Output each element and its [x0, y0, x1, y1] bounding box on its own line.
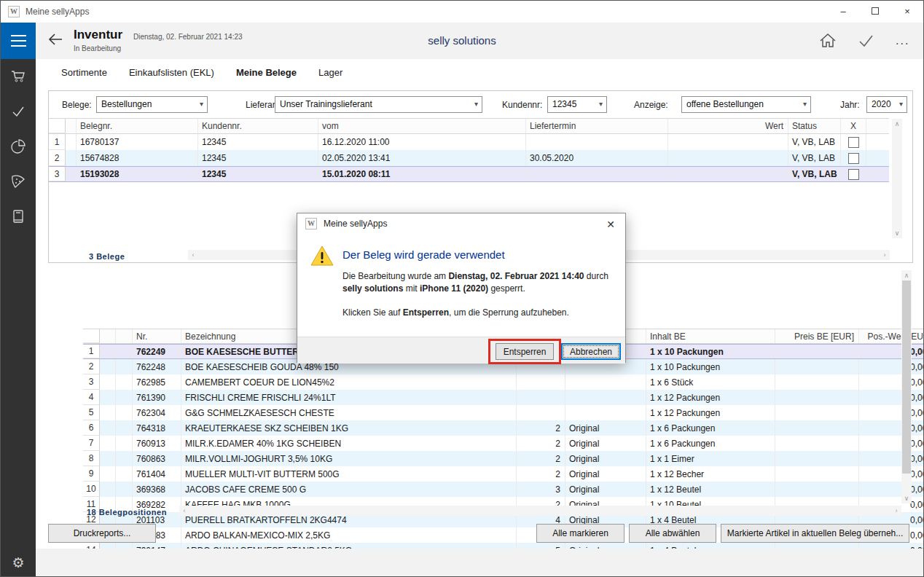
position-row[interactable]: 3762985CAMEMBERT COEUR DE LION45%21 x 6 …	[83, 374, 924, 390]
dialog-close-button[interactable]: ✕	[603, 217, 618, 232]
scroll-right-icon[interactable]: ›	[880, 250, 890, 260]
cell-pos-wert[interactable]: 0,000	[859, 482, 924, 497]
cell-spacer[interactable]	[66, 134, 77, 150]
tab-einkaufslisten[interactable]: Einkaufslisten (EKL)	[129, 67, 214, 78]
document-row[interactable]: 1167801371234516.12.2020 11:00V, VB, LAB	[49, 134, 889, 150]
row-number[interactable]: 4	[83, 390, 100, 405]
cell-liefertermin[interactable]: 30.05.2020	[526, 150, 668, 166]
row-checkbox[interactable]	[848, 137, 859, 148]
cell-preis-be[interactable]	[775, 390, 859, 405]
more-options-button[interactable]: ...	[896, 31, 915, 50]
cell-spacer[interactable]	[100, 482, 116, 497]
cell-spacer[interactable]	[116, 374, 133, 390]
position-row[interactable]: 7760913MILR.K.EDAMER 40% 1KG SCHEIBEN2Or…	[83, 436, 924, 451]
position-row[interactable]: 10369368JACOBS CAFE CREME 500 G3Original…	[83, 482, 924, 497]
row-number[interactable]: 7	[83, 436, 100, 451]
maximize-button[interactable]	[859, 1, 891, 23]
cell-spacer[interactable]	[100, 466, 116, 482]
cell-spacer[interactable]	[100, 405, 116, 420]
cell-status[interactable]: V, VB, LAB	[788, 134, 841, 150]
cell-einheit[interactable]	[565, 405, 646, 420]
cell-nr[interactable]: 760863	[133, 451, 181, 466]
position-row[interactable]: 6764318KRAEUTERKAESE SKZ SCHEIBEN 1KG2Or…	[83, 420, 924, 436]
cell-inhalt-be[interactable]: 1 x 6 Stück	[646, 374, 775, 390]
document-row[interactable]: 3151930281234515.01.2020 08:11V, VB, LAB	[49, 166, 889, 182]
sidebar-item-catalog[interactable]	[9, 208, 27, 225]
cell-inhalt-be[interactable]: 1 x 1 Eimer	[646, 451, 775, 466]
cell-menge[interactable]: 2	[517, 420, 565, 436]
col-belegnr[interactable]: Belegnr.	[77, 119, 198, 133]
sidebar-item-statistics[interactable]	[9, 138, 27, 155]
cell-nr[interactable]: 764318	[133, 420, 181, 436]
cell-preis-be[interactable]	[775, 345, 859, 358]
row-number[interactable]: 3	[49, 167, 66, 181]
scroll-left-icon[interactable]: ‹	[179, 506, 189, 516]
cell-menge[interactable]: 3	[517, 482, 565, 497]
sidebar-item-products[interactable]	[9, 173, 27, 190]
cell-bezeichnung[interactable]: CAMEMBERT COEUR DE LION45%2	[181, 374, 517, 390]
cell-bezeichnung[interactable]: G&G SCHMELZKAESESCH CHESTE	[181, 405, 517, 420]
close-button[interactable]: ×	[891, 1, 923, 23]
cell-pos-wert[interactable]: 0,000	[859, 345, 924, 358]
cell-inhalt-be[interactable]: 1 x 6 Packungen	[646, 420, 775, 436]
positions-vscrollbar[interactable]: ∧ ∨	[901, 270, 912, 503]
cell-menge[interactable]: 2	[517, 451, 565, 466]
scroll-down-icon[interactable]: ∨	[892, 228, 902, 238]
lieferant-select[interactable]: Unser Trainingslieferant ▾	[275, 96, 482, 113]
cell-kundennr[interactable]: 12345	[198, 134, 318, 150]
row-number[interactable]: 9	[83, 466, 100, 482]
col-preis-be[interactable]: Preis BE [EUR]	[775, 329, 859, 343]
cell-kundennr[interactable]: 12345	[198, 167, 318, 181]
cell-vom[interactable]: 15.01.2020 08:11	[318, 167, 526, 181]
cell-einheit[interactable]: Original	[565, 466, 646, 482]
cell-x[interactable]	[841, 150, 866, 166]
row-number[interactable]: 3	[83, 374, 100, 390]
row-checkbox[interactable]	[848, 169, 859, 180]
cell-preis-be[interactable]	[775, 359, 859, 374]
cell-preis-be[interactable]	[775, 466, 859, 482]
cell-spacer[interactable]	[116, 451, 133, 466]
cell-spacer[interactable]	[66, 167, 77, 181]
cell-inhalt-be[interactable]: 1 x 12 Packungen	[646, 390, 775, 405]
abbrechen-button[interactable]: Abbrechen	[561, 343, 621, 360]
col-vom[interactable]: vom	[318, 119, 526, 133]
cell-inhalt-be[interactable]: 1 x 6 Packungen	[646, 436, 775, 451]
cell-spacer[interactable]	[116, 482, 133, 497]
cell-spacer[interactable]	[116, 345, 133, 358]
cell-einheit[interactable]: Original	[565, 436, 646, 451]
scroll-up-icon[interactable]: ∧	[892, 119, 902, 129]
row-number[interactable]: 10	[83, 482, 100, 497]
row-number[interactable]: 1	[49, 134, 66, 150]
cell-filler[interactable]	[866, 134, 889, 150]
cell-preis-be[interactable]	[775, 482, 859, 497]
cell-pos-wert[interactable]: 0,000	[859, 405, 924, 420]
cell-bezeichnung[interactable]: MILR.K.EDAMER 40% 1KG SCHEIBEN	[181, 436, 517, 451]
cell-pos-wert[interactable]: 0,000	[859, 451, 924, 466]
row-checkbox[interactable]	[848, 153, 859, 164]
documents-vscrollbar[interactable]: ∧ ∨	[892, 119, 902, 238]
cell-pos-wert[interactable]: 0,000	[859, 436, 924, 451]
col-kundennr[interactable]: Kundennr.	[198, 119, 318, 133]
home-button[interactable]	[818, 31, 837, 50]
cell-belegnr[interactable]: 16780137	[77, 134, 198, 150]
scroll-left-icon[interactable]: ‹	[188, 250, 198, 260]
cell-pos-wert[interactable]: 0,000	[859, 374, 924, 390]
cell-vom[interactable]: 02.05.2020 13:41	[318, 150, 526, 166]
cell-preis-be[interactable]	[775, 420, 859, 436]
kundennr-select[interactable]: 12345 ▾	[547, 96, 607, 113]
cell-bezeichnung[interactable]: FRISCHLI CREME FRISCHLI 24%1LT	[181, 390, 517, 405]
cell-bezeichnung[interactable]: KRAEUTERKAESE SKZ SCHEIBEN 1KG	[181, 420, 517, 436]
cell-belegnr[interactable]: 15193028	[77, 167, 198, 181]
sidebar-item-tasks[interactable]	[9, 103, 27, 120]
cell-nr[interactable]: 762985	[133, 374, 181, 390]
cell-nr[interactable]: 762248	[133, 359, 181, 374]
position-row[interactable]: 9761404MUELLER MULTI-VIT BUTTERM 500G2Or…	[83, 466, 924, 482]
confirm-button[interactable]	[856, 31, 875, 50]
jahr-select[interactable]: 2020 ▾	[866, 96, 907, 113]
cell-filler[interactable]	[866, 167, 889, 181]
row-number[interactable]: 6	[83, 420, 100, 436]
col-pos-wert[interactable]: Pos.-Wert [EUR]	[859, 329, 924, 343]
druckreports-button[interactable]: Druckreports...	[48, 524, 156, 543]
row-number[interactable]: 1	[83, 345, 100, 358]
anzeige-select[interactable]: offene Bestellungen ▾	[681, 96, 811, 113]
